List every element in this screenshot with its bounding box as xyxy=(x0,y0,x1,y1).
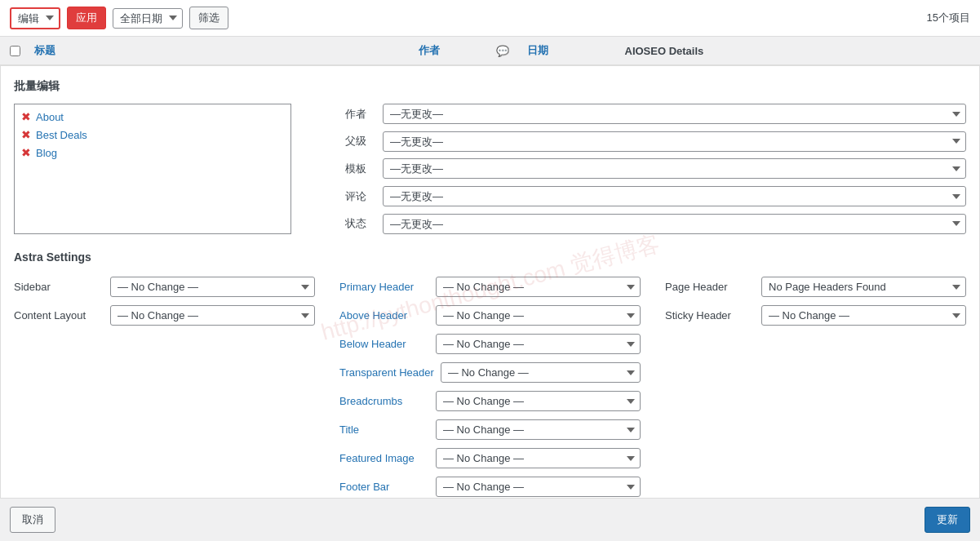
astra-columns: Sidebar — No Change — Content Layout — N… xyxy=(14,277,966,497)
breadcrumbs-field: Breadcrumbs — No Change — xyxy=(339,391,641,411)
comments-column-header: 💬 xyxy=(478,45,527,57)
remove-icon[interactable]: ✖ xyxy=(21,110,31,123)
item-count: 15个项目 xyxy=(927,11,970,25)
astra-title: Astra Settings xyxy=(14,251,966,264)
below-header-field: Below Header — No Change — xyxy=(339,334,641,354)
apply-button[interactable]: 应用 xyxy=(67,7,106,29)
items-list-wrapper: ✖ About ✖ Best Deals ✖ Blog xyxy=(14,104,291,234)
page-header-select[interactable]: No Page Headers Found xyxy=(761,277,966,297)
title-field: Title — No Change — xyxy=(339,419,641,440)
transparent-header-label: Transparent Header xyxy=(339,366,434,379)
status-select[interactable]: —无更改— xyxy=(383,214,966,234)
remove-icon[interactable]: ✖ xyxy=(21,146,31,159)
astra-section: Astra Settings Sidebar — No Change — Con… xyxy=(14,251,966,497)
primary-header-select[interactable]: — No Change — xyxy=(436,277,641,297)
astra-col-2: Primary Header — No Change — Above Heade… xyxy=(339,277,641,497)
astra-col-3: Page Header No Page Headers Found Sticky… xyxy=(665,277,966,326)
breadcrumbs-label: Breadcrumbs xyxy=(339,395,429,407)
below-header-label: Below Header xyxy=(339,338,429,350)
list-item[interactable]: ✖ About xyxy=(18,108,287,126)
list-item[interactable]: ✖ Blog xyxy=(18,144,287,162)
author-label: 作者 xyxy=(308,107,373,122)
content-layout-label: Content Layout xyxy=(14,309,104,321)
parent-label: 父级 xyxy=(308,134,373,149)
main-content: 批量编辑 ✖ About ✖ Best Deals ✖ Blog xyxy=(0,65,980,511)
sticky-header-field: Sticky Header — No Change — xyxy=(665,305,966,326)
comments-select[interactable]: —无更改— xyxy=(383,186,966,206)
title-column-header[interactable]: 标题 xyxy=(34,43,380,58)
page-header-label: Page Header xyxy=(665,281,755,293)
content-layout-field: Content Layout — No Change — xyxy=(14,305,315,326)
comments-label: 评论 xyxy=(308,189,373,204)
title-select[interactable]: — No Change — xyxy=(436,419,641,440)
list-item[interactable]: ✖ Best Deals xyxy=(18,126,287,144)
primary-header-label: Primary Header xyxy=(339,281,429,293)
toolbar: 编辑 应用 全部日期 筛选 15个项目 xyxy=(0,0,980,37)
select-all-checkbox-col[interactable] xyxy=(10,46,34,56)
table-header: 标题 作者 💬 日期 AIOSEO Details xyxy=(0,37,980,65)
footer-bar-select[interactable]: — No Change — xyxy=(436,477,641,497)
list-item-label[interactable]: About xyxy=(36,111,64,123)
footer-bar-label: Footer Bar xyxy=(339,481,429,493)
transparent-header-select[interactable]: — No Change — xyxy=(441,362,641,383)
update-button[interactable]: 更新 xyxy=(925,507,970,511)
template-label: 模板 xyxy=(308,162,373,176)
list-item-label[interactable]: Blog xyxy=(36,147,57,159)
status-label: 状态 xyxy=(308,216,373,231)
bulk-fields: 作者 —无更改— 父级 —无更改— 模板 —无更改— 评论 —无更改— 状态 —… xyxy=(308,104,966,234)
date-column-header[interactable]: 日期 xyxy=(527,43,625,58)
author-select[interactable]: —无更改— xyxy=(383,104,966,124)
aioseo-column-header: AIOSEO Details xyxy=(625,45,971,57)
filter-button[interactable]: 筛选 xyxy=(189,7,228,29)
sidebar-field: Sidebar — No Change — xyxy=(14,277,315,297)
template-select[interactable]: —无更改— xyxy=(383,158,966,179)
transparent-header-field: Transparent Header — No Change — xyxy=(339,362,641,383)
remove-icon[interactable]: ✖ xyxy=(21,128,31,141)
featured-image-label: Featured Image xyxy=(339,452,429,464)
breadcrumbs-select[interactable]: — No Change — xyxy=(436,391,641,411)
sticky-header-select[interactable]: — No Change — xyxy=(761,305,966,326)
author-column-header: 作者 xyxy=(380,43,478,58)
list-item-label[interactable]: Best Deals xyxy=(36,129,87,141)
bulk-edit-title: 批量编辑 xyxy=(14,79,966,94)
cancel-button[interactable]: 取消 xyxy=(10,507,55,511)
above-header-select[interactable]: — No Change — xyxy=(436,305,641,326)
sidebar-select[interactable]: — No Change — xyxy=(110,277,315,297)
sticky-header-label: Sticky Header xyxy=(665,309,755,321)
featured-image-field: Featured Image — No Change — xyxy=(339,448,641,468)
items-list[interactable]: ✖ About ✖ Best Deals ✖ Blog xyxy=(14,104,291,234)
parent-select[interactable]: —无更改— xyxy=(383,131,966,152)
title-label: Title xyxy=(339,423,429,436)
above-header-label: Above Header xyxy=(339,309,429,321)
date-filter-select[interactable]: 全部日期 xyxy=(113,8,183,29)
sidebar-label: Sidebar xyxy=(14,281,104,293)
page-header-field: Page Header No Page Headers Found xyxy=(665,277,966,297)
primary-header-field: Primary Header — No Change — xyxy=(339,277,641,297)
below-header-select[interactable]: — No Change — xyxy=(436,334,641,354)
footer-bar: 取消 更新 xyxy=(0,498,980,511)
astra-col-1: Sidebar — No Change — Content Layout — N… xyxy=(14,277,315,326)
select-all-checkbox[interactable] xyxy=(10,46,20,56)
bulk-edit-area: ✖ About ✖ Best Deals ✖ Blog 作者 —无更改— xyxy=(14,104,966,234)
above-header-field: Above Header — No Change — xyxy=(339,305,641,326)
bulk-action-select[interactable]: 编辑 xyxy=(10,7,60,29)
content-layout-select[interactable]: — No Change — xyxy=(110,305,315,326)
comments-icon: 💬 xyxy=(496,45,509,57)
featured-image-select[interactable]: — No Change — xyxy=(436,448,641,468)
footer-bar-field: Footer Bar — No Change — xyxy=(339,477,641,497)
